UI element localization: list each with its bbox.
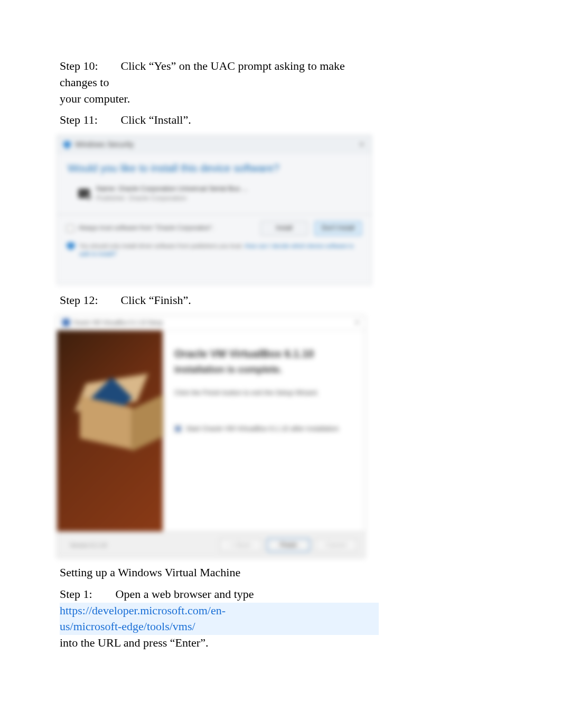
dialog-titlebar: Windows Security ✕ (57, 135, 371, 154)
dialog-body: Oracle VM VirtualBox 6.1.10 installation… (57, 330, 365, 531)
dialog-left-panel (57, 330, 163, 531)
dialog-footer: Version 6.1.10 < Back Finish Cancel (57, 531, 365, 558)
driver-name: Name: Oracle Corporation Universal Seria… (96, 184, 248, 193)
back-button[interactable]: < Back (219, 538, 263, 552)
trust-checkbox[interactable] (67, 225, 74, 232)
step-text-cont: your computer. (60, 91, 379, 107)
driver-publisher: Publisher: Oracle Corporation (96, 193, 248, 203)
step-10: Step 10: Click “Yes” on the UAC prompt a… (60, 58, 379, 107)
dialog-question: Would you like to install this device so… (68, 161, 361, 176)
driver-icon (78, 189, 90, 198)
trust-label: Always trust software from "Oracle Corpo… (78, 224, 214, 233)
step-text-cont: into the URL and press “Enter”. (60, 635, 379, 651)
step-label: Step 1: (60, 586, 113, 603)
start-checkbox-label: Start Oracle VM VirtualBox 6.1.10 after … (186, 424, 339, 434)
shield-icon (63, 141, 71, 149)
version-text: Version 6.1.10 (70, 541, 107, 549)
driver-info: Name: Oracle Corporation Universal Seria… (68, 184, 361, 203)
step-12: Step 12: Click “Finish”. (60, 292, 379, 309)
dialog-title: Oracle VM VirtualBox 6.1.10 Setup (73, 319, 163, 327)
dialog-heading: Oracle VM VirtualBox 6.1.10 (174, 346, 353, 361)
dialog-right-panel: Oracle VM VirtualBox 6.1.10 installation… (163, 330, 365, 531)
dialog-title: Windows Security (75, 140, 134, 150)
shield-icon (67, 242, 75, 251)
dialog-footer: Always trust software from "Oracle Corpo… (57, 214, 371, 264)
close-icon[interactable]: ✕ (359, 140, 365, 150)
step-text: Click “Finish”. (121, 293, 191, 307)
section-heading: Setting up a Windows Virtual Machine (60, 565, 379, 581)
dialog-title-area: Oracle VM VirtualBox 6.1.10 Setup (62, 319, 163, 327)
cancel-button[interactable]: Cancel (314, 538, 358, 552)
start-checkbox[interactable] (174, 425, 182, 432)
virtualbox-setup-dialog: Oracle VM VirtualBox 6.1.10 Setup ✕ Orac… (57, 315, 366, 558)
start-after-install-row: Start Oracle VM VirtualBox 6.1.10 after … (174, 424, 353, 434)
hint-text: You should only install driver software … (79, 242, 362, 259)
dialog-titlebar: Oracle VM VirtualBox 6.1.10 Setup ✕ (57, 316, 365, 330)
dialog-buttons: < Back Finish Cancel (219, 538, 358, 552)
step-label: Step 11: (60, 112, 118, 128)
dialog-instruction: Click the Finish button to exit the Setu… (174, 388, 353, 398)
virtualbox-icon (62, 319, 70, 326)
step-label: Step 10: (60, 58, 118, 75)
trust-left: Always trust software from "Oracle Corpo… (67, 224, 214, 233)
dont-install-button[interactable]: Don't Install (314, 221, 362, 236)
close-icon[interactable]: ✕ (354, 318, 360, 327)
dialog-buttons: Install Don't Install (260, 221, 362, 236)
box-graphic (72, 373, 146, 447)
step-text: Open a web browser and type (116, 587, 254, 601)
step-link-line: https://developer.microsoft.com/en-us/mi… (60, 603, 379, 635)
step-11: Step 11: Click “Install”. (60, 112, 379, 128)
dialog-title-area: Windows Security (63, 140, 134, 150)
step-text: Click “Install”. (121, 113, 191, 126)
dialog-body: Would you like to install this device so… (57, 154, 371, 203)
dialog-hint: You should only install driver software … (67, 241, 362, 259)
install-button[interactable]: Install (260, 221, 308, 236)
step-label: Step 12: (60, 292, 118, 309)
windows-security-dialog: Windows Security ✕ Would you like to ins… (57, 135, 372, 285)
dialog-subheading: installation is complete. (174, 363, 353, 376)
step-1: Step 1: Open a web browser and type http… (60, 586, 379, 651)
driver-text: Name: Oracle Corporation Universal Seria… (96, 184, 248, 203)
finish-button[interactable]: Finish (267, 538, 310, 552)
trust-row: Always trust software from "Oracle Corpo… (67, 221, 362, 236)
url-link[interactable]: https://developer.microsoft.com/en-us/mi… (60, 604, 226, 633)
